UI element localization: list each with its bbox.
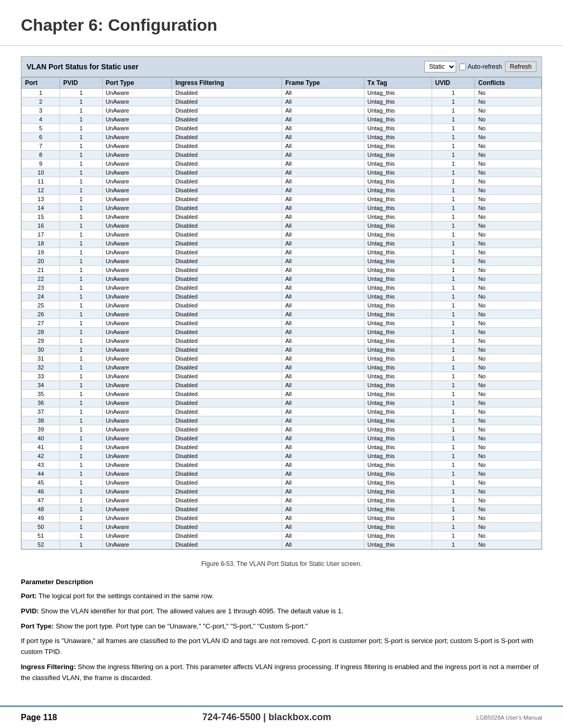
table-cell: All — [282, 478, 364, 487]
table-cell: No — [475, 408, 542, 416]
table-row: 351UnAwareDisabledAllUntag_this1No — [22, 390, 542, 399]
table-cell: Disabled — [172, 283, 282, 292]
table-cell: All — [282, 115, 364, 124]
table-cell: UnAware — [102, 354, 172, 363]
table-cell: UnAware — [102, 283, 172, 292]
table-cell: Disabled — [172, 195, 282, 204]
table-cell: No — [475, 204, 542, 213]
table-cell: No — [475, 124, 542, 133]
table-row: 341UnAwareDisabledAllUntag_this1No — [22, 381, 542, 390]
param-text: Show the VLAN identifier for that port. … — [39, 607, 344, 615]
table-cell: Untag_this — [364, 301, 432, 310]
table-cell: 1 — [60, 301, 102, 310]
table-cell: Disabled — [172, 177, 282, 186]
table-row: 131UnAwareDisabledAllUntag_this1No — [22, 195, 542, 204]
table-cell: Untag_this — [364, 168, 432, 177]
table-row: 301UnAwareDisabledAllUntag_this1No — [22, 346, 542, 354]
table-cell: All — [282, 443, 364, 452]
table-cell: 1 — [432, 461, 475, 470]
table-cell: Untag_this — [364, 248, 432, 257]
table-cell: 13 — [22, 195, 60, 204]
parameter-description-section: Parameter Description Port: The logical … — [21, 578, 542, 684]
table-cell: All — [282, 319, 364, 328]
table-cell: Disabled — [172, 204, 282, 213]
table-row: 61UnAwareDisabledAllUntag_this1No — [22, 133, 542, 142]
table-cell: All — [282, 434, 364, 443]
table-cell: Disabled — [172, 487, 282, 496]
table-cell: UnAware — [102, 301, 172, 310]
table-cell: Untag_this — [364, 514, 432, 523]
table-cell: 38 — [22, 416, 60, 425]
table-cell: UnAware — [102, 186, 172, 195]
table-cell: 1 — [60, 354, 102, 363]
table-cell: Disabled — [172, 434, 282, 443]
table-row: 361UnAwareDisabledAllUntag_this1No — [22, 399, 542, 408]
table-cell: Untag_this — [364, 213, 432, 221]
table-cell: UnAware — [102, 505, 172, 514]
table-cell: 1 — [60, 532, 102, 540]
user-type-select[interactable]: Static — [424, 61, 456, 72]
table-cell: 1 — [60, 470, 102, 478]
table-cell: UnAware — [102, 399, 172, 408]
table-cell: All — [282, 532, 364, 540]
table-row: 481UnAwareDisabledAllUntag_this1No — [22, 505, 542, 514]
table-cell: No — [475, 213, 542, 221]
table-cell: UnAware — [102, 523, 172, 532]
table-cell: All — [282, 523, 364, 532]
table-row: 41UnAwareDisabledAllUntag_this1No — [22, 115, 542, 124]
table-cell: Disabled — [172, 372, 282, 381]
table-cell: Disabled — [172, 151, 282, 159]
table-cell: UnAware — [102, 239, 172, 248]
table-cell: All — [282, 195, 364, 204]
table-cell: UnAware — [102, 151, 172, 159]
table-cell: No — [475, 443, 542, 452]
table-cell: 1 — [432, 283, 475, 292]
param-name: Port: — [21, 592, 36, 600]
col-tx-tag: Tx Tag — [364, 78, 432, 89]
table-cell: 1 — [60, 310, 102, 319]
table-cell: 48 — [22, 505, 60, 514]
table-cell: Untag_this — [364, 151, 432, 159]
table-row: 271UnAwareDisabledAllUntag_this1No — [22, 319, 542, 328]
table-cell: All — [282, 204, 364, 213]
table-cell: UnAware — [102, 416, 172, 425]
table-cell: 1 — [60, 151, 102, 159]
table-cell: Untag_this — [364, 133, 432, 142]
table-row: 201UnAwareDisabledAllUntag_this1No — [22, 257, 542, 266]
table-cell: 2 — [22, 97, 60, 106]
table-cell: Disabled — [172, 257, 282, 266]
col-ingress-filtering: Ingress Filtering — [172, 78, 282, 89]
table-cell: 1 — [432, 452, 475, 461]
table-cell: 21 — [22, 266, 60, 275]
table-row: 91UnAwareDisabledAllUntag_this1No — [22, 159, 542, 168]
table-cell: Untag_this — [364, 221, 432, 230]
table-cell: No — [475, 310, 542, 319]
table-cell: 1 — [432, 115, 475, 124]
table-cell: Untag_this — [364, 283, 432, 292]
table-cell: UnAware — [102, 89, 172, 97]
auto-refresh-checkbox[interactable] — [459, 64, 466, 70]
table-cell: Untag_this — [364, 257, 432, 266]
table-cell: 1 — [60, 487, 102, 496]
table-cell: 10 — [22, 168, 60, 177]
table-cell: 1 — [432, 470, 475, 478]
table-cell: 1 — [60, 399, 102, 408]
table-cell: 23 — [22, 283, 60, 292]
table-cell: 1 — [432, 434, 475, 443]
table-row: 291UnAwareDisabledAllUntag_this1No — [22, 337, 542, 346]
table-row: 241UnAwareDisabledAllUntag_this1No — [22, 292, 542, 301]
vlan-table: Port PVID Port Type Ingress Filtering Fr… — [21, 77, 542, 549]
table-cell: Disabled — [172, 159, 282, 168]
refresh-button[interactable]: Refresh — [505, 61, 536, 72]
table-cell: 9 — [22, 159, 60, 168]
table-cell: Untag_this — [364, 195, 432, 204]
table-cell: UnAware — [102, 328, 172, 337]
table-cell: No — [475, 106, 542, 115]
table-cell: 50 — [22, 523, 60, 532]
table-cell: All — [282, 213, 364, 221]
table-cell: 45 — [22, 478, 60, 487]
col-uvid: UVID — [432, 78, 475, 89]
table-cell: 1 — [432, 177, 475, 186]
table-row: 171UnAwareDisabledAllUntag_this1No — [22, 230, 542, 239]
table-cell: No — [475, 319, 542, 328]
